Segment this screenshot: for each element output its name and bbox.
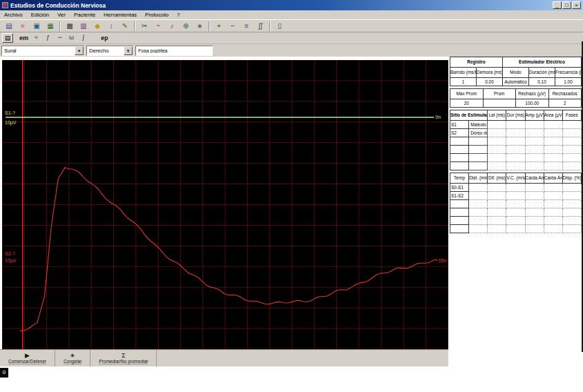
menu-item-edicion[interactable]: Edición: [27, 10, 53, 19]
value-cell: 100.00: [516, 99, 549, 108]
column-header: Caída Área: [544, 173, 562, 184]
value-cell: [469, 184, 488, 192]
sitios-table: Sitio de EstimulaciónLat (ms)Dur (ms)Amp…: [450, 110, 582, 170]
value-cell: [562, 154, 581, 162]
value-cell: [488, 200, 506, 208]
row-label: [450, 225, 469, 233]
measurements-panel: RegistroEstimulador EléctricoBarrido (ms…: [450, 57, 582, 349]
value-cell: [525, 184, 544, 192]
start-stop-label: Comenzar/Detener: [8, 359, 46, 364]
value-cell: [469, 217, 488, 225]
scissors-icon[interactable]: ✂: [138, 21, 151, 32]
column-header: Lat (ms): [488, 110, 506, 121]
title-bar[interactable]: Estudios de Conducción Nerviosa _ □ ×: [0, 0, 583, 10]
motor-wave-icon[interactable]: ≈: [31, 33, 41, 43]
value-cell: [562, 162, 581, 170]
menu-item-paciente[interactable]: Paciente: [70, 10, 99, 19]
freeze-label: Congelar: [64, 359, 82, 364]
protocol-table-icon[interactable]: ▦: [44, 21, 57, 32]
value-cell: [488, 184, 506, 192]
jitter-wave-icon[interactable]: ∫: [78, 33, 88, 43]
menu-item-ayuda[interactable]: ?: [173, 10, 184, 19]
column-header: Fases: [562, 110, 581, 121]
segmentos-table: TempDist. (mm)Dif. (ms)V.C. (m/s)Caída A…: [450, 173, 582, 233]
menu-item-herramientas[interactable]: Herramientas: [99, 10, 141, 19]
notes-icon[interactable]: ▯: [274, 21, 286, 32]
waveform-doc-icon[interactable]: ≈: [17, 21, 29, 32]
value-cell: 0.10: [529, 78, 555, 86]
maximize-button[interactable]: □: [562, 1, 571, 9]
column-header: Max Prom: [450, 89, 484, 99]
new-study-button[interactable]: ▤: [2, 33, 13, 43]
chevron-down-icon[interactable]: ▼: [124, 46, 133, 55]
menu-item-ver[interactable]: Ver: [53, 10, 70, 19]
start-stop-button[interactable]: ▶Comenzar/Detener: [0, 350, 55, 366]
sensor-icon[interactable]: ⊕: [180, 21, 192, 32]
value-cell: [525, 146, 544, 154]
app-window: Estudios de Conducción Nerviosa _ □ × Ar…: [0, 0, 583, 392]
column-header: Dif. (ms): [488, 173, 506, 184]
freeze-button[interactable]: ∗Congelar: [55, 350, 90, 366]
value-cell: [525, 208, 544, 217]
test-controls-row: Sural ▼ Derecho ▼: [0, 44, 583, 57]
ep-mode-label[interactable]: ep: [101, 35, 108, 41]
nerve-select-value: Sural: [2, 46, 75, 55]
pencil-icon[interactable]: ✎: [119, 21, 131, 32]
superimpose-icon[interactable]: ∬: [254, 21, 267, 32]
value-cell: [506, 137, 525, 146]
remove-trace-icon[interactable]: −: [227, 21, 239, 32]
value-cell: [506, 184, 525, 192]
measurements-table-icon[interactable]: ▥: [77, 21, 90, 32]
marker-icon[interactable]: ◆: [91, 21, 104, 32]
value-cell: [506, 217, 525, 225]
value-cell: [506, 208, 525, 217]
svg-text:S2-?: S2-?: [5, 251, 15, 256]
chevron-down-icon[interactable]: ▼: [75, 46, 84, 55]
value-cell: [544, 208, 562, 217]
site-input[interactable]: [135, 46, 213, 56]
value-cell: [506, 146, 525, 154]
menu-item-archivo[interactable]: Archivo: [0, 10, 27, 19]
value-cell: [506, 129, 525, 137]
row-label: [450, 154, 469, 162]
value-cell: [469, 200, 488, 208]
stimulus-wave-icon[interactable]: ~: [152, 21, 164, 32]
row-label: [450, 146, 469, 154]
value-cell: [469, 208, 488, 217]
cursor-move-icon[interactable]: ↕: [105, 21, 117, 32]
nerve-select[interactable]: Sural ▼: [1, 46, 84, 56]
row-label: [450, 137, 469, 146]
settings-icon[interactable]: ∗: [193, 21, 206, 32]
f-wave-icon[interactable]: ƒ: [43, 33, 53, 43]
reflex-wave-icon[interactable]: ω: [66, 33, 77, 43]
sound-icon[interactable]: ♪: [166, 21, 178, 32]
menu-item-protocolo[interactable]: Protocolo: [141, 10, 173, 19]
minimize-button[interactable]: _: [553, 1, 562, 9]
value-cell: [544, 184, 562, 192]
average-button[interactable]: ΣPromediar/No promediar: [90, 350, 157, 366]
row-label: [450, 217, 469, 225]
value-cell: [506, 121, 525, 129]
emg-mode-label[interactable]: em: [19, 35, 28, 41]
row-label: [450, 208, 469, 217]
add-trace-icon[interactable]: +: [213, 21, 225, 32]
value-cell: [488, 154, 506, 162]
value-cell: [525, 121, 544, 129]
value-cell: [562, 137, 581, 146]
waveform-chart[interactable]: S1-?10µV0nS2-?10µV55n: [2, 60, 448, 349]
value-cell: [525, 162, 544, 170]
montage-grid-icon[interactable]: ▩: [64, 21, 76, 32]
exam-report-icon[interactable]: ▤: [3, 21, 15, 32]
value-cell: [562, 129, 581, 137]
site-name-cell: [469, 162, 488, 170]
close-button[interactable]: ×: [572, 1, 581, 9]
sensory-wave-icon[interactable]: ∼: [55, 33, 65, 43]
trace-list-icon[interactable]: ≡: [240, 21, 253, 32]
value-cell: [544, 137, 562, 146]
patient-card-icon[interactable]: ▣: [30, 21, 43, 32]
site-name-cell: [469, 154, 488, 162]
site-name-cell: Dorso del pie: [469, 129, 488, 137]
sweep-counter: 0: [0, 368, 8, 378]
side-select[interactable]: Derecho ▼: [86, 46, 133, 56]
column-header: Rechazo (µV): [516, 89, 549, 99]
